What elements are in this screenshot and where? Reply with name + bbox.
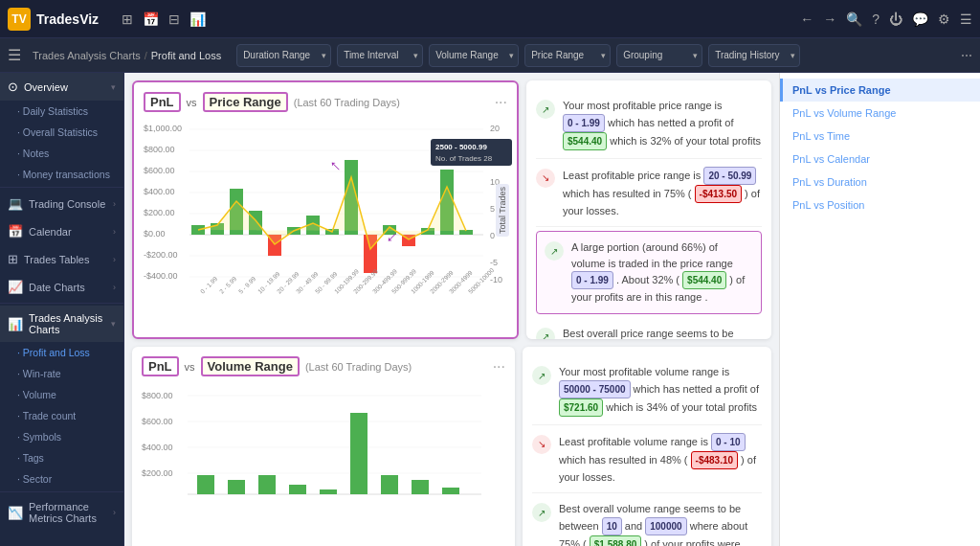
insight2-badge-range-2: 0 - 10 xyxy=(711,433,746,451)
insight-text-4: Best overall price range seems to be bet… xyxy=(563,326,762,340)
insight-badge-loss-2: -$413.50 xyxy=(695,185,742,203)
breadcrumb-item-1[interactable]: Trades Analysis Charts xyxy=(33,50,141,61)
menu-icon[interactable]: ☰ xyxy=(960,11,972,27)
trades-tables-icon: ⊞ xyxy=(8,252,18,266)
insight-card-2: ↗ Your most profitable volume range is 5… xyxy=(523,347,771,546)
sidebar-toggle[interactable]: ☰ xyxy=(8,46,21,64)
insight2-item-1: ↗ Your most profitable volume range is 5… xyxy=(532,356,762,425)
top-nav-right: ← → 🔍 ? ⏻ 💬 ⚙ ☰ xyxy=(800,11,972,27)
duration-range-filter[interactable]: Duration Range xyxy=(236,44,331,67)
svg-text:2 - 5.99: 2 - 5.99 xyxy=(218,275,238,295)
filter-bar: Duration Range Time Interval Volume Rang… xyxy=(236,44,800,67)
svg-text:$200.00: $200.00 xyxy=(142,468,173,478)
chart-nav-icon[interactable]: 📊 xyxy=(189,11,206,27)
insight2-badge-range-1: 50000 - 75000 xyxy=(559,380,631,398)
chart1-more-icon[interactable]: ··· xyxy=(495,94,507,111)
price-range-filter[interactable]: Price Range xyxy=(524,44,611,67)
svg-rect-71 xyxy=(320,489,337,494)
help-icon[interactable]: ? xyxy=(872,11,880,27)
insight-item-2: ↘ Least profitable price range is 20 - 5… xyxy=(536,159,762,228)
rpn-item-pnl-calendar[interactable]: PnL vs Calendar xyxy=(780,148,980,171)
rpn-item-pnl-volume[interactable]: PnL vs Volume Range xyxy=(780,102,980,125)
trading-console-arrow: › xyxy=(113,199,116,209)
chart1-vs: vs xyxy=(187,97,197,108)
duration-range-filter-wrap: Duration Range xyxy=(236,44,331,67)
sidebar-item-performance-metrics[interactable]: 📉 Performance Metrics Charts › xyxy=(0,494,123,531)
breadcrumb-bar: ☰ Trades Analysis Charts / Profit and Lo… xyxy=(0,38,980,73)
insight-item-1: ↗ Your most profitable price range is 0 … xyxy=(536,90,762,159)
chart1-title: PnL vs Price Range (Last 60 Trading Days… xyxy=(144,92,507,112)
rpn-item-pnl-time[interactable]: PnL vs Time xyxy=(780,125,980,148)
insight2-badge-profit-1: $721.60 xyxy=(559,398,603,417)
top-nav: TV TradesViz ⊞ 📅 ⊟ 📊 ← → 🔍 ? ⏻ 💬 ⚙ ☰ xyxy=(0,0,980,38)
trades-analysis-arrow: ▾ xyxy=(111,319,116,329)
back-icon[interactable]: ← xyxy=(800,11,813,27)
calendar-nav-icon[interactable]: 📅 xyxy=(143,11,159,27)
svg-text:$600.00: $600.00 xyxy=(144,166,175,175)
sidebar-item-sector[interactable]: · Sector xyxy=(0,468,123,489)
sidebar-trades-tables-label: Trades Tables xyxy=(24,254,89,265)
svg-text:No. of Trades  28: No. of Trades 28 xyxy=(435,154,493,163)
power-icon[interactable]: ⏻ xyxy=(889,11,902,27)
search-icon[interactable]: 🔍 xyxy=(846,11,862,27)
time-interval-filter[interactable]: Time Interval xyxy=(337,44,423,67)
sidebar-item-overview[interactable]: ⊙ Overview ▾ xyxy=(0,73,123,101)
insight-text-2: Least profitable price range is 20 - 50.… xyxy=(563,167,762,219)
grouping-filter[interactable]: Grouping xyxy=(616,44,702,67)
chart1-days: (Last 60 Trading Days) xyxy=(294,97,400,108)
grid-icon[interactable]: ⊟ xyxy=(168,11,180,27)
svg-text:$400.00: $400.00 xyxy=(144,187,175,196)
insight-text-1: Your most profitable price range is 0 - … xyxy=(563,98,762,150)
calendar-sidebar-icon: 📅 xyxy=(8,224,23,239)
breadcrumb-more-icon[interactable]: ⋯ xyxy=(961,49,972,62)
chart-row-1: PnL vs Price Range (Last 60 Trading Days… xyxy=(132,80,771,339)
sidebar-item-daily-statistics[interactable]: · Daily Statistics xyxy=(0,101,123,122)
insight-card-1: ↗ Your most profitable price range is 0 … xyxy=(526,80,771,339)
svg-text:-$400.00: -$400.00 xyxy=(144,271,178,281)
rpn-item-pnl-price[interactable]: PnL vs Price Range xyxy=(780,79,980,102)
chart2-more-icon[interactable]: ··· xyxy=(493,358,505,375)
sidebar-item-date-charts[interactable]: 📈 Date Charts › xyxy=(0,273,123,301)
nav-icons: ⊞ 📅 ⊟ 📊 xyxy=(122,11,206,27)
chat-icon[interactable]: 💬 xyxy=(912,11,928,27)
logo[interactable]: TV TradesViz xyxy=(8,8,99,31)
sidebar-item-trades-tables[interactable]: ⊞ Trades Tables › xyxy=(0,245,123,273)
insight-badge-profit-1: $544.40 xyxy=(563,132,607,150)
rpn-item-pnl-position[interactable]: PnL vs Position xyxy=(780,193,980,216)
insight2-up-icon-3: ↗ xyxy=(532,503,551,522)
svg-text:-$200.00: -$200.00 xyxy=(144,250,178,260)
sidebar-item-notes[interactable]: · Notes xyxy=(0,143,123,164)
sidebar-performance-metrics-label: Performance Metrics Charts xyxy=(29,501,107,524)
svg-text:$0.00: $0.00 xyxy=(144,229,166,239)
svg-text:$800.00: $800.00 xyxy=(144,145,175,154)
settings-icon[interactable]: ⚙ xyxy=(938,11,950,27)
chart1-pnl-label: PnL xyxy=(144,92,181,112)
volume-range-filter[interactable]: Volume Range xyxy=(429,44,519,67)
sidebar-divider-1 xyxy=(0,187,123,188)
rpn-item-pnl-duration[interactable]: PnL vs Duration xyxy=(780,171,980,193)
insight-up-icon-3: ↗ xyxy=(545,241,564,261)
trading-history-filter[interactable]: Trading History xyxy=(708,44,800,67)
svg-text:$1,000.00: $1,000.00 xyxy=(144,124,182,133)
sidebar-item-trade-count[interactable]: · Trade count xyxy=(0,405,123,426)
sidebar-item-trades-analysis[interactable]: 📊 Trades Analysis Charts ▾ xyxy=(0,306,123,342)
sidebar-item-money-transactions[interactable]: · Money transactions xyxy=(0,164,123,185)
sidebar-item-win-rate[interactable]: · Win-rate xyxy=(0,363,123,384)
sidebar-divider-2 xyxy=(0,303,123,304)
sidebar-item-trading-console[interactable]: 💻 Trading Console › xyxy=(0,190,123,217)
time-interval-filter-wrap: Time Interval xyxy=(337,44,423,67)
sidebar-item-symbols[interactable]: · Symbols xyxy=(0,426,123,447)
sidebar-item-profit-and-loss[interactable]: · Profit and Loss xyxy=(0,342,123,363)
forward-icon[interactable]: → xyxy=(823,11,836,27)
sidebar-item-overall-statistics[interactable]: · Overall Statistics xyxy=(0,122,123,143)
sidebar-item-calendar[interactable]: 📅 Calendar › xyxy=(0,217,123,245)
pnl-volume-range-card: PnL vs Volume Range (Last 60 Trading Day… xyxy=(132,347,515,546)
sidebar-item-volume[interactable]: · Volume xyxy=(0,384,123,405)
insight-up-icon-4: ↗ xyxy=(536,328,555,340)
sidebar-item-tags[interactable]: · Tags xyxy=(0,447,123,468)
insight-badge-range-3: 0 - 1.99 xyxy=(571,271,613,289)
home-icon[interactable]: ⊞ xyxy=(122,11,133,27)
breadcrumb-item-2[interactable]: Profit and Loss xyxy=(151,50,221,61)
sidebar-calendar-label: Calendar xyxy=(29,226,72,238)
insight-up-icon-1: ↗ xyxy=(536,100,555,119)
